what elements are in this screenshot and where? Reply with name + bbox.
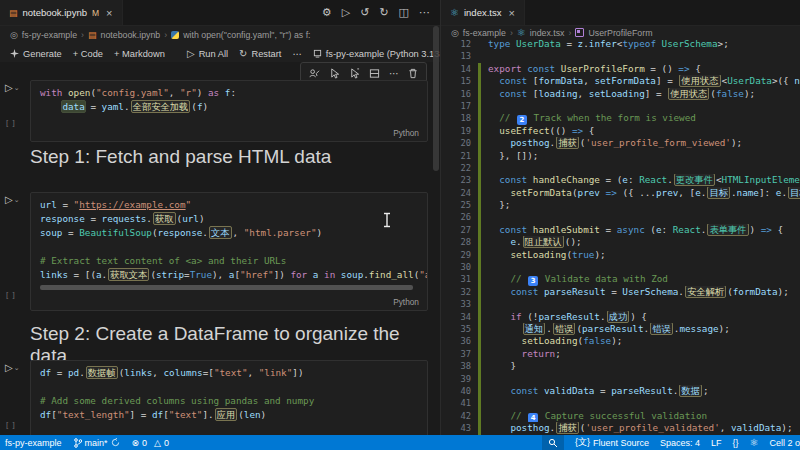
code-line: # Add some derived columns using pandas … xyxy=(40,394,418,408)
run-all-button[interactable]: ▷Run All xyxy=(187,48,228,59)
tab-notebook[interactable]: ▤ notebook.ipynb M × xyxy=(0,0,123,25)
code-line: 34 if (!parseResult.成功) { xyxy=(441,311,800,323)
problems-indicator[interactable]: ⊗0 △0 xyxy=(132,438,170,448)
workspace-indicator[interactable]: fs-py-example xyxy=(5,438,62,448)
code-line: 26 xyxy=(441,211,800,223)
delete-cell-icon[interactable] xyxy=(408,68,418,79)
git-branch-indicator[interactable]: main* xyxy=(74,438,120,448)
git-modified-gutter xyxy=(478,162,481,174)
code-line: soup = BeautifulSoup(response.文本, "html.… xyxy=(40,226,418,240)
line-number: 32 xyxy=(441,286,478,298)
more-actions-icon[interactable]: ⋯ xyxy=(419,6,430,19)
line-number: 29 xyxy=(441,249,478,261)
language-mode[interactable]: {文}Fluent Source xyxy=(575,436,649,449)
code-line: 39 xyxy=(441,373,800,385)
git-modified-gutter xyxy=(478,63,481,75)
chevron-down-icon: ⌄ xyxy=(14,364,20,372)
cell-code-editor[interactable]: url = "https://example.com"response = re… xyxy=(31,193,427,287)
cell-code-editor[interactable]: df = pd.数据帧(links, columns=["text", "lin… xyxy=(31,361,427,427)
breadcrumb-symbol[interactable]: UserProfileForm xyxy=(588,28,652,38)
git-modified-gutter xyxy=(478,112,481,124)
run-cell-button[interactable]: ▷⌄ xyxy=(5,82,29,93)
execute-above-icon[interactable] xyxy=(329,68,340,79)
braces-indicator[interactable]: {} xyxy=(733,438,739,448)
chevron-icon: › xyxy=(164,30,167,40)
toolbar-more-button[interactable]: ⋯ xyxy=(292,48,301,59)
code-line: 13 xyxy=(441,50,800,62)
cell-more-icon[interactable]: ⋯ xyxy=(389,68,399,79)
git-modified-gutter xyxy=(478,422,481,434)
code-editor-pane: ⚛ index.tsx × ◎ fs-example › ⚛ index.tsx… xyxy=(440,0,800,435)
line-number: 35 xyxy=(441,323,478,335)
git-modified-gutter xyxy=(478,236,481,248)
language-icon: {文} xyxy=(575,436,590,449)
restart-icon[interactable]: ↺ xyxy=(360,6,369,19)
vertical-scrollbar[interactable] xyxy=(433,26,439,171)
run-cell-button[interactable]: ▷⌄ xyxy=(5,362,29,373)
git-modified-gutter xyxy=(478,385,481,397)
code-line: 30 xyxy=(441,261,800,273)
code-line: 12type UserData = z.infer<typeof UserSch… xyxy=(441,38,800,50)
chevron-icon: › xyxy=(81,30,84,40)
breadcrumb-symbol[interactable]: with open("config.yaml", "r") as f: xyxy=(183,30,310,40)
line-number: 24 xyxy=(441,187,478,199)
git-modified-gutter xyxy=(478,38,481,50)
line-number: 38 xyxy=(441,360,478,372)
cell-language-label[interactable]: Python xyxy=(393,297,419,307)
kernel-picker[interactable]: fs-py-example (Python 3.13.4) xyxy=(313,49,440,59)
run-cell-button[interactable]: ▷⌄ xyxy=(5,194,29,205)
breadcrumb-root[interactable]: fs-py-example xyxy=(22,30,77,40)
indentation-indicator[interactable]: Spaces: 4 xyxy=(660,438,700,448)
code-line xyxy=(40,380,418,394)
tab-index-tsx[interactable]: ⚛ index.tsx × xyxy=(441,0,525,25)
line-number: 23 xyxy=(441,174,478,186)
add-code-button[interactable]: + Code xyxy=(73,49,103,59)
cell-indicator[interactable]: Cell 2 o xyxy=(769,438,800,448)
tab-label: index.tsx xyxy=(464,7,502,18)
python-icon xyxy=(171,31,179,39)
sparkle-icon xyxy=(10,49,19,58)
eol-indicator[interactable]: LF xyxy=(711,438,722,448)
chevron-icon: › xyxy=(510,28,513,38)
warning-icon: △ xyxy=(154,438,161,448)
code-line: df = pd.数据帧(links, columns=["text", "lin… xyxy=(40,366,418,380)
line-number: 36 xyxy=(441,335,478,347)
restart-button[interactable]: ↻Restart xyxy=(239,48,281,59)
code-cell-1: with open("config.yaml", "r") as f: data… xyxy=(30,80,428,142)
breadcrumb-root[interactable]: fs-example xyxy=(463,28,506,38)
line-number: 16 xyxy=(441,88,478,100)
git-modified-gutter xyxy=(478,211,481,223)
notebook-icon: ▤ xyxy=(9,8,18,18)
code-line: 37 return; xyxy=(441,348,800,360)
git-modified-gutter xyxy=(478,75,481,87)
restart-kernel-icon[interactable]: ↻ xyxy=(379,6,388,19)
zoom-indicator[interactable] xyxy=(542,435,564,450)
execution-count: [ ] xyxy=(6,118,16,127)
sync-icon xyxy=(111,438,120,447)
close-icon[interactable]: × xyxy=(508,7,514,19)
git-modified-gutter xyxy=(478,199,481,211)
execute-below-icon[interactable] xyxy=(349,68,360,79)
text-editor[interactable]: 12type UserData = z.infer<typeof UserSch… xyxy=(441,38,800,435)
settings-gear-icon[interactable]: ⚙ xyxy=(322,6,332,19)
git-modified-gutter xyxy=(478,323,481,335)
breadcrumb-file[interactable]: notebook.ipynb xyxy=(101,30,161,40)
code-line: response = requests.获取(url) xyxy=(40,212,418,226)
code-line: 27 const handleSubmit = async (e: React.… xyxy=(441,224,800,236)
code-line: 25 }; xyxy=(441,199,800,211)
breadcrumb-file[interactable]: index.tsx xyxy=(530,28,565,38)
close-icon[interactable]: × xyxy=(106,7,112,19)
cell-language-label[interactable]: Python xyxy=(393,128,419,138)
generate-button[interactable]: Generate xyxy=(10,49,62,59)
add-markdown-button[interactable]: + Markdown xyxy=(114,49,165,59)
code-line: 33 xyxy=(441,298,800,310)
horizontal-scrollbar[interactable] xyxy=(40,285,413,290)
markdown-heading-1: Step 1: Fetch and parse HTML data xyxy=(30,146,331,168)
run-all-icon[interactable]: ▷ xyxy=(342,6,350,19)
git-modified-gutter xyxy=(478,410,481,422)
cell-code-editor[interactable]: with open("config.yaml", "r") as f: data… xyxy=(31,81,427,119)
generate-edit-icon[interactable] xyxy=(309,68,320,79)
split-editor-icon[interactable]: ◫ xyxy=(399,6,409,19)
split-cell-icon[interactable] xyxy=(369,68,380,79)
execution-count: [ ] xyxy=(6,420,16,429)
